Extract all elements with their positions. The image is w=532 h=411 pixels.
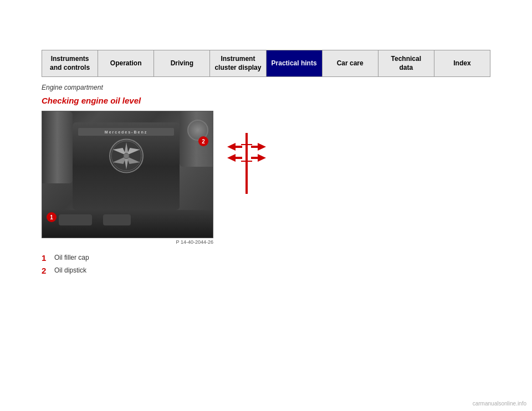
item-num-2: 2 xyxy=(42,266,50,275)
footer-watermark: carmanualsonline.info xyxy=(473,400,526,407)
content-area: Engine compartment Checking engine oil l… xyxy=(42,84,490,279)
mercedes-star-icon xyxy=(108,138,144,174)
svg-point-2 xyxy=(124,153,129,159)
dipstick-diagram-container xyxy=(224,127,269,201)
mb-label-text: Mercedes-Benz xyxy=(105,130,147,134)
svg-marker-3 xyxy=(227,143,236,151)
svg-rect-6 xyxy=(236,157,242,159)
nav-item-driving[interactable]: Driving xyxy=(154,50,210,76)
main-content: Mercedes-Benz xyxy=(42,111,490,279)
nav-item-technical-data[interactable]: Technical data xyxy=(378,50,434,76)
engine-pipe-2 xyxy=(103,214,131,225)
svg-marker-5 xyxy=(227,154,236,162)
engine-bottom-section xyxy=(42,210,213,238)
section-title: Checking engine oil level xyxy=(42,96,490,105)
navigation-bar: Instruments and controls Operation Drivi… xyxy=(42,50,490,77)
svg-marker-9 xyxy=(258,154,266,162)
svg-rect-11 xyxy=(245,133,248,194)
mb-label-bar: Mercedes-Benz xyxy=(78,128,174,136)
nav-item-index[interactable]: Index xyxy=(434,50,490,76)
nav-item-operation[interactable]: Operation xyxy=(98,50,154,76)
nav-item-instrument-cluster[interactable]: Instrument cluster display xyxy=(210,50,266,76)
nav-item-instruments[interactable]: Instruments and controls xyxy=(42,50,98,76)
dipstick-diagram xyxy=(224,127,269,199)
item-text-2: Oil dipstick xyxy=(54,266,86,275)
svg-rect-12 xyxy=(241,144,252,145)
engine-image-container: Mercedes-Benz xyxy=(42,111,213,279)
list-item-1: 1 Oil filler cap xyxy=(42,253,213,263)
svg-rect-4 xyxy=(236,146,242,148)
nav-item-car-care[interactable]: Car care xyxy=(323,50,378,76)
list-item-2: 2 Oil dipstick xyxy=(42,266,213,275)
svg-rect-13 xyxy=(241,161,252,162)
svg-rect-10 xyxy=(251,157,258,159)
engine-pipe-1 xyxy=(59,214,92,225)
svg-marker-7 xyxy=(258,143,266,151)
engine-left-intake xyxy=(42,111,73,183)
breadcrumb: Engine compartment xyxy=(42,84,490,91)
nav-item-practical-hints[interactable]: Practical hints xyxy=(267,50,323,76)
engine-body: Mercedes-Benz xyxy=(42,111,213,238)
engine-image: Mercedes-Benz xyxy=(42,111,213,238)
item-text-1: Oil filler cap xyxy=(54,253,89,263)
svg-rect-8 xyxy=(251,146,258,148)
item-num-1: 1 xyxy=(42,253,50,263)
item-list: 1 Oil filler cap 2 Oil dipstick xyxy=(42,253,213,275)
image-caption: P 14-40-2044-26 xyxy=(42,239,213,245)
engine-center-cover: Mercedes-Benz xyxy=(73,122,180,210)
